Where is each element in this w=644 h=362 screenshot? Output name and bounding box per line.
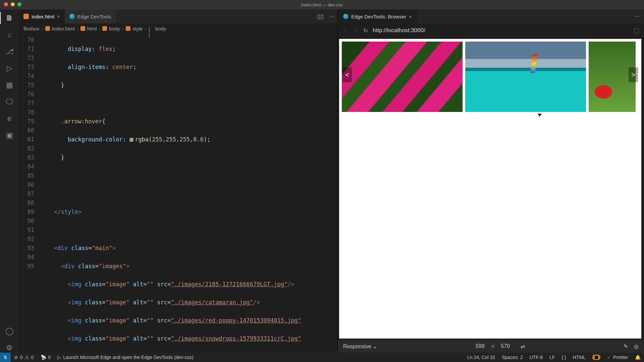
accounts-icon[interactable]: ◯ <box>5 326 14 336</box>
tab-edge-devtools[interactable]: Edge DevTools <box>65 9 116 23</box>
device-toolbar: Responsive ⌄ 599 ✕ 570 ⇄ ✎ ◎ <box>338 340 644 353</box>
line-gutter: 7071727374757677787980818283848586878889… <box>19 34 40 353</box>
close-tab-icon[interactable]: × <box>409 14 412 19</box>
problems-indicator[interactable]: ⊘0 ⚠0 <box>11 355 37 360</box>
activity-bar: 🗎 ⌕ ⎇ ▷ ▦ 🖵 e ▣ ◯ ⚙ <box>0 9 19 353</box>
dimension-separator: ✕ <box>491 343 495 350</box>
chevron-down-icon: ⌄ <box>373 344 377 349</box>
inspect-element-icon[interactable]: ⬚ <box>634 27 639 34</box>
workbench: 🗎 ⌕ ⎇ ▷ ▦ 🖵 e ▣ ◯ ⚙ index.html × Edge De… <box>0 9 644 353</box>
rotate-icon[interactable]: ⇄ <box>521 343 525 350</box>
copilot-badge[interactable]: ⬢ <box>592 355 600 360</box>
editor-group: index.html × Edge DevTools ▯▯ ··· flexbo… <box>19 9 337 353</box>
carousel-image <box>342 42 463 112</box>
more-actions-icon[interactable]: ··· <box>631 13 644 19</box>
viewport-height[interactable]: 570 <box>501 343 510 349</box>
warning-icon: ⚠ <box>25 355 29 360</box>
url-field[interactable]: http://localhost:3000/ <box>373 27 629 34</box>
split-editor-icon[interactable]: ▯▯ <box>315 13 326 20</box>
element-icon <box>102 26 107 31</box>
toggle-screencast-icon[interactable]: ◎ <box>634 343 639 350</box>
radio-tower-icon: 📡 <box>41 355 46 360</box>
crumb-file[interactable]: index.html <box>52 26 75 32</box>
breadcrumbs[interactable]: flexbox › index.html › html › body › sty… <box>19 23 337 34</box>
launch-task[interactable]: ▷ Launch Microsoft Edge and open the Edg… <box>54 355 197 360</box>
run-debug-icon[interactable]: ▷ <box>5 64 14 73</box>
tab-index-html[interactable]: index.html × <box>19 9 65 23</box>
browser-tabs: Edge DevTools: Browser × ··· <box>338 9 644 23</box>
code-editor[interactable]: 7071727374757677787980818283848586878889… <box>19 34 337 353</box>
image-carousel <box>342 42 641 112</box>
tab-label: Edge DevTools: Browser <box>351 14 406 19</box>
edge-tools-icon[interactable]: e <box>5 114 14 123</box>
source-control-icon[interactable]: ⎇ <box>5 47 14 56</box>
css-overview-icon[interactable]: ✎ <box>624 343 628 350</box>
close-window-icon[interactable] <box>4 2 8 6</box>
error-icon: ⊘ <box>14 355 18 360</box>
tab-label: Edge DevTools <box>77 14 111 19</box>
preview-viewport[interactable]: < > ➤ <box>339 39 641 339</box>
html-file-icon <box>23 14 29 19</box>
element-icon <box>126 26 130 31</box>
tab-label: index.html <box>32 14 54 19</box>
crumb-body[interactable]: body <box>109 26 120 32</box>
crumb-style[interactable]: style <box>132 26 143 32</box>
crumb-selector[interactable]: body <box>155 26 166 32</box>
close-tab-icon[interactable]: × <box>57 14 60 19</box>
code-lines[interactable]: display: flex; align-items: center; } .a… <box>40 34 337 353</box>
settings-gear-icon[interactable]: ⚙ <box>5 343 14 353</box>
eol[interactable]: LF <box>546 355 558 360</box>
html-file-icon <box>45 26 50 31</box>
more-actions-icon[interactable]: ··· <box>326 13 337 20</box>
crumb-html[interactable]: html <box>87 26 97 32</box>
ports-indicator[interactable]: 📡0 <box>37 355 54 360</box>
zoom-window-icon[interactable] <box>17 2 21 6</box>
search-icon[interactable]: ⌕ <box>5 30 14 40</box>
extensions-icon[interactable]: ▦ <box>5 80 14 90</box>
carousel-next-button[interactable]: > <box>629 67 638 82</box>
remote-indicator[interactable]: ⇅ <box>0 353 11 362</box>
carousel-prev-button[interactable]: < <box>342 67 352 82</box>
address-bar: ← → ↻ http://localhost:3000/ ⬚ <box>338 23 644 38</box>
editor-tabs: index.html × Edge DevTools ▯▯ ··· <box>19 9 337 23</box>
nav-forward-icon[interactable]: → <box>353 27 359 34</box>
device-select[interactable]: Responsive ⌄ <box>343 343 377 350</box>
explorer-icon[interactable]: 🗎 <box>5 13 14 23</box>
play-icon: ▷ <box>57 355 61 360</box>
carousel-image <box>465 42 586 112</box>
prettier-status[interactable]: ✓ Prettier <box>604 355 632 360</box>
bracket-icon[interactable]: { } <box>558 355 570 360</box>
edge-icon <box>69 14 75 19</box>
cursor-position[interactable]: Ln 24, Col 32 <box>464 355 498 360</box>
edge-icon <box>343 14 348 19</box>
crumb-folder[interactable]: flexbox <box>23 26 40 32</box>
macos-titlebar: index.html — dev-css <box>0 0 644 9</box>
nav-back-icon[interactable]: ← <box>342 27 348 34</box>
status-bar: ⇅ ⊘0 ⚠0 📡0 ▷ Launch Microsoft Edge and o… <box>0 353 644 362</box>
encoding[interactable]: UTF-8 <box>526 355 546 360</box>
viewport-width[interactable]: 599 <box>476 343 485 349</box>
reload-icon[interactable]: ↻ <box>363 27 368 34</box>
selector-icon: { } <box>149 26 153 31</box>
notifications-bell-icon[interactable]: 🔔 <box>632 355 644 360</box>
devtools-browser-panel: Edge DevTools: Browser × ··· ← → ↻ http:… <box>337 9 644 353</box>
tab-devtools-browser[interactable]: Edge DevTools: Browser × <box>338 9 417 23</box>
remote-explorer-icon[interactable]: 🖵 <box>5 97 14 107</box>
screencast-icon[interactable]: ▣ <box>5 131 14 140</box>
language-mode[interactable]: HTML <box>570 355 589 360</box>
element-icon <box>80 26 85 31</box>
minimize-window-icon[interactable] <box>11 2 15 6</box>
window-controls <box>4 2 21 6</box>
window-title: index.html — dev-css <box>301 2 343 7</box>
indent-setting[interactable]: Spaces: 2 <box>498 355 526 360</box>
